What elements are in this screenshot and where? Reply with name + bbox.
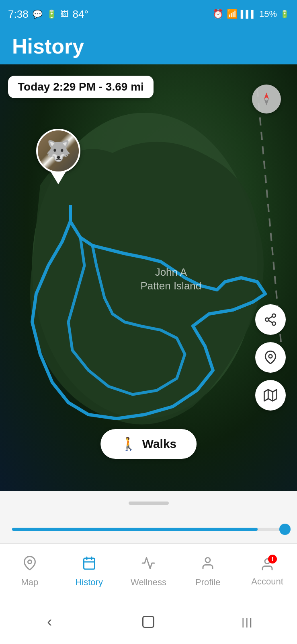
svg-point-18 (205, 558, 210, 563)
svg-marker-10 (264, 390, 277, 401)
map-type-button[interactable] (255, 380, 286, 411)
svg-marker-3 (264, 99, 269, 105)
walks-label: Walks (142, 437, 177, 451)
progress-track[interactable] (12, 528, 285, 531)
svg-rect-14 (84, 558, 94, 569)
sidebar-item-profile[interactable]: Profile (178, 556, 238, 588)
map-svg (0, 64, 297, 491)
map-nav-icon (23, 556, 37, 574)
map-nav-label: Map (21, 577, 39, 588)
status-left: 7:38 💬 🔋 🖼 84° (8, 8, 88, 21)
walk-info-badge: Today 2:29 PM - 3.69 mi (8, 76, 154, 98)
drag-handle (129, 502, 169, 505)
pin-tail (51, 172, 66, 184)
profile-nav-label: Profile (195, 577, 220, 588)
svg-point-13 (28, 560, 31, 564)
history-nav-label: History (75, 577, 102, 588)
photo-icon: 🖼 (61, 10, 69, 19)
walk-info-text: Today 2:29 PM - 3.69 mi (18, 80, 144, 93)
android-home-button[interactable] (132, 610, 164, 634)
sidebar-item-history[interactable]: History (59, 556, 119, 588)
drag-handle-area[interactable] (0, 491, 297, 515)
wifi-icon: 📶 (227, 9, 238, 19)
battery-percent: 15% (259, 9, 277, 19)
progress-thumb[interactable] (279, 524, 291, 535)
account-icon-wrapper: ! (260, 557, 274, 573)
walks-icon: 🚶 (121, 436, 137, 452)
status-right: ⏰ 📶 ▌▌▌ 15% 🔋 (213, 9, 289, 19)
bottom-nav: Map History Wellness Profile (0, 543, 297, 600)
account-nav-label: Account (251, 576, 283, 587)
status-time: 7:38 (8, 8, 29, 21)
account-badge: ! (268, 555, 277, 564)
profile-nav-icon (201, 556, 215, 574)
android-nav-bar: ‹ ||| (0, 600, 297, 644)
sidebar-item-wellness[interactable]: Wellness (119, 556, 178, 588)
android-recents-button[interactable]: ||| (231, 610, 264, 634)
android-back-button[interactable]: ‹ (33, 610, 66, 634)
wellness-nav-label: Wellness (131, 577, 166, 588)
status-bar: 7:38 💬 🔋 🖼 84° ⏰ 📶 ▌▌▌ 15% 🔋 (0, 0, 297, 28)
svg-marker-2 (264, 93, 269, 99)
svg-rect-20 (143, 617, 154, 627)
compass-button[interactable] (252, 85, 281, 114)
map-container[interactable]: Today 2:29 PM - 3.69 mi 🐺 John APatten I… (0, 64, 297, 491)
status-temp: 84° (73, 8, 88, 21)
dog-pin[interactable]: 🐺 (36, 129, 80, 184)
progress-fill (12, 528, 258, 531)
sidebar-item-account[interactable]: ! Account (238, 557, 297, 587)
action-buttons (255, 304, 286, 411)
alarm-icon: ⏰ (213, 9, 223, 19)
share-button[interactable] (255, 304, 286, 335)
location-button[interactable] (255, 342, 286, 373)
history-nav-icon (82, 556, 96, 574)
dog-avatar: 🐺 (36, 129, 80, 173)
svg-line-8 (268, 316, 272, 319)
walks-button[interactable]: 🚶 Walks (100, 429, 197, 459)
page-header: History (0, 28, 297, 64)
battery-icon: 🔋 (280, 10, 289, 19)
timeline-bar[interactable] (0, 515, 297, 543)
wellness-nav-icon (141, 556, 156, 574)
svg-point-9 (269, 355, 272, 358)
sidebar-item-map[interactable]: Map (0, 556, 59, 588)
message-icon: 💬 (33, 9, 43, 19)
alert-icon: 🔋 (47, 9, 57, 19)
svg-line-7 (268, 320, 272, 323)
signal-icon: ▌▌▌ (241, 10, 256, 19)
page-title: History (12, 34, 84, 58)
